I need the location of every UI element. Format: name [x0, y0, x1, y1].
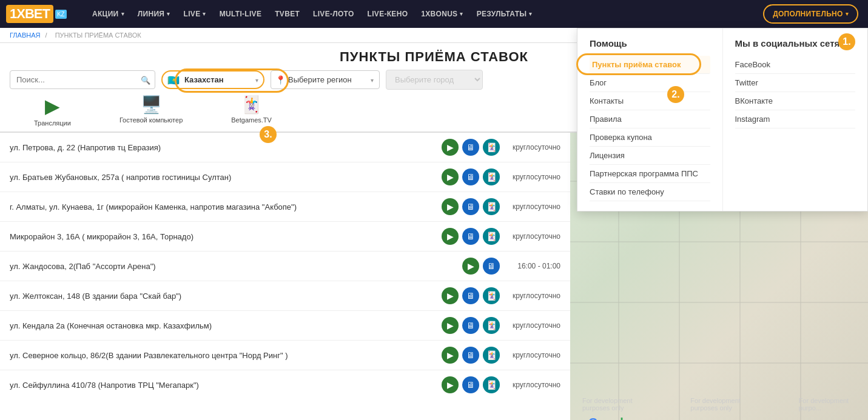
play-icon[interactable]: ▶: [442, 228, 459, 245]
chevron-down-icon: ▾: [846, 11, 849, 17]
table-row: г. Алматы, ул. Кунаева, 1г (микрорайон К…: [0, 192, 570, 222]
chevron-down-icon: ▾: [460, 11, 463, 17]
tab-betgames-label: Betgames.TV: [231, 116, 272, 124]
google-logo: Google: [588, 416, 630, 420]
dropdown-vkontakte[interactable]: ВКонтакте: [735, 92, 856, 110]
cards-icon[interactable]: 🃏: [483, 347, 500, 364]
cards-icon[interactable]: 🃏: [483, 317, 500, 334]
annotation-2: 2.: [667, 86, 684, 103]
dropdown-item-proverka[interactable]: Проверка купона: [590, 128, 710, 147]
map-icon: 📍: [275, 75, 286, 85]
logo[interactable]: 1XBET KZ: [6, 5, 73, 23]
dropdown-social-title: Мы в социальных сетях: [735, 38, 856, 48]
nav-live-loto[interactable]: LIVE-ЛОТО: [307, 0, 360, 28]
nav-dopolnitelno[interactable]: ДОПОЛНИТЕЛЬНО ▾: [763, 4, 858, 24]
dropdown-help-col: Помощь Пункты приёма ставок Блог Контакт…: [577, 28, 723, 211]
dropdown-item-licenziya[interactable]: Лицензия: [590, 147, 710, 165]
tab-guest-computer[interactable]: 🖥️ Гостевой компьютер: [95, 90, 207, 133]
tab-betgames[interactable]: 🃏 Betgames.TV: [207, 90, 296, 133]
computer-icon[interactable]: 🖥: [462, 228, 479, 245]
logo-kz: KZ: [55, 10, 67, 19]
search-wrap: 🔍: [10, 70, 155, 89]
page-title: ПУНКТЫ ПРИЁМА СТАВОК: [292, 49, 575, 65]
dropdown-item-stavki-tel[interactable]: Ставки по телефону: [590, 183, 710, 201]
table-row: ул. Петрова, д. 22 (Напротив тц Евразия)…: [0, 133, 570, 162]
nav-tvbet[interactable]: TVBET: [269, 0, 306, 28]
table-row: ул. Жандосова, 2(Паб "Ассорти Арена") ▶ …: [0, 252, 570, 281]
dropdown-item-kontakty[interactable]: Контакты: [590, 92, 710, 110]
play-icon[interactable]: ▶: [442, 168, 459, 185]
table-row: ул. Северное кольцо, 86/2(В здании Развл…: [0, 341, 570, 370]
cards-icon[interactable]: 🃏: [483, 168, 500, 185]
play-icon[interactable]: ▶: [442, 139, 459, 156]
table-row: ул. Желтоксан, 148 (В здании бара "Скай …: [0, 281, 570, 311]
dropdown-facebook[interactable]: FaceBook: [735, 56, 856, 74]
tab-translyacii[interactable]: ▶ Трансляции: [10, 90, 95, 133]
computer-icon[interactable]: 🖥: [483, 258, 500, 275]
table-row: ул. Братьев Жубановых, 257а ( напротив г…: [0, 162, 570, 192]
search-input[interactable]: [10, 70, 155, 89]
dropdown-help-title: Помощь: [590, 38, 710, 48]
nav-live-keno[interactable]: LIVE-КЕНО: [362, 0, 414, 28]
nav-rezultaty[interactable]: РЕЗУЛЬТАТЫ ▾: [471, 0, 539, 28]
annotation-1: 1.: [838, 33, 855, 50]
play-icon[interactable]: ▶: [442, 376, 459, 393]
chevron-down-icon: ▾: [203, 11, 206, 17]
cards-icon[interactable]: 🃏: [483, 198, 500, 215]
chevron-down-icon: ▾: [167, 11, 170, 17]
play-icon[interactable]: ▶: [442, 287, 459, 304]
nav-multi-live[interactable]: MULTI-LIVE: [214, 0, 267, 28]
chevron-down-icon: ▾: [121, 11, 124, 17]
left-panel: ул. Петрова, д. 22 (Напротив тц Евразия)…: [0, 133, 570, 420]
dropdown-menu: Помощь Пункты приёма ставок Блог Контакт…: [577, 28, 868, 212]
logo-text: 1XBET: [6, 5, 53, 23]
cards-icon[interactable]: 🃏: [483, 376, 500, 393]
computer-icon[interactable]: 🖥: [462, 376, 479, 393]
computer-icon[interactable]: 🖥: [462, 168, 479, 185]
nav-1xbonus[interactable]: 1XBONUS ▾: [415, 0, 469, 28]
top-nav: 1XBET KZ АКЦИИ ▾ ЛИНИЯ ▾ LIVE ▾ MULTI-LI…: [0, 0, 868, 28]
computer-icon[interactable]: 🖥: [462, 198, 479, 215]
table-row: Микрорайон 3, 16А ( микрорайон 3, 16А, Т…: [0, 222, 570, 252]
region-select[interactable]: Выберите регион: [271, 70, 380, 89]
play-icon: ▶: [45, 95, 60, 118]
cards-icon[interactable]: 🃏: [483, 228, 500, 245]
computer-icon[interactable]: 🖥: [462, 287, 479, 304]
table-wrap: ул. Петрова, д. 22 (Напротив тц Евразия)…: [0, 133, 570, 399]
annotation-3: 3.: [260, 126, 277, 143]
search-icon[interactable]: 🔍: [141, 75, 150, 84]
play-icon[interactable]: ▶: [442, 317, 459, 334]
dev-watermark: For development purposes only For develo…: [570, 397, 868, 412]
nav-live[interactable]: LIVE ▾: [178, 0, 212, 28]
dropdown-item-partner[interactable]: Партнерская программа ППС: [590, 165, 710, 183]
nav-akcii[interactable]: АКЦИИ ▾: [86, 0, 130, 28]
breadcrumb-home[interactable]: ГЛАВНАЯ: [10, 32, 40, 39]
computer-icon: 🖥️: [141, 95, 162, 115]
computer-icon[interactable]: 🖥: [462, 317, 479, 334]
tab-guest-computer-label: Гостевой компьютер: [119, 116, 183, 124]
flag-icon: 🇰🇿: [167, 74, 180, 85]
chevron-down-icon: ▾: [529, 11, 532, 17]
table-row: ул. Кендала 2а (Конечная остановка мкр. …: [0, 311, 570, 341]
breadcrumb-current: ПУНКТЫ ПРИЁМА СТАВОК: [55, 32, 141, 39]
dropdown-item-blog[interactable]: Блог: [590, 74, 710, 92]
dropdown-item-pravila[interactable]: Правила: [590, 110, 710, 128]
nav-liniya[interactable]: ЛИНИЯ ▾: [132, 0, 177, 28]
cards-icon[interactable]: 🃏: [483, 139, 500, 156]
cards-icon[interactable]: 🃏: [483, 287, 500, 304]
computer-icon[interactable]: 🖥: [462, 139, 479, 156]
dropdown-instagram[interactable]: Instagram: [735, 110, 856, 128]
play-icon[interactable]: ▶: [442, 198, 459, 215]
play-icon[interactable]: ▶: [442, 347, 459, 364]
country-select-wrap: 🇰🇿 Казахстан ▾: [161, 70, 264, 89]
dropdown-social-col: Мы в социальных сетях 1. FaceBook Twitte…: [723, 28, 868, 211]
dropdown-twitter[interactable]: Twitter: [735, 74, 856, 92]
region-wrap: 📍 Выберите регион ▾: [271, 70, 380, 89]
cards-icon: 🃏: [241, 95, 262, 115]
table-row: ул. Сейфуллина 410/78 (Напротив ТРЦ "Мег…: [0, 370, 570, 399]
play-icon[interactable]: ▶: [462, 258, 479, 275]
tab-translyacii-label: Трансляции: [34, 119, 71, 127]
dropdown-item-punkty[interactable]: Пункты приёма ставок: [590, 56, 710, 74]
city-select: Выберите город: [386, 70, 483, 90]
computer-icon[interactable]: 🖥: [462, 347, 479, 364]
